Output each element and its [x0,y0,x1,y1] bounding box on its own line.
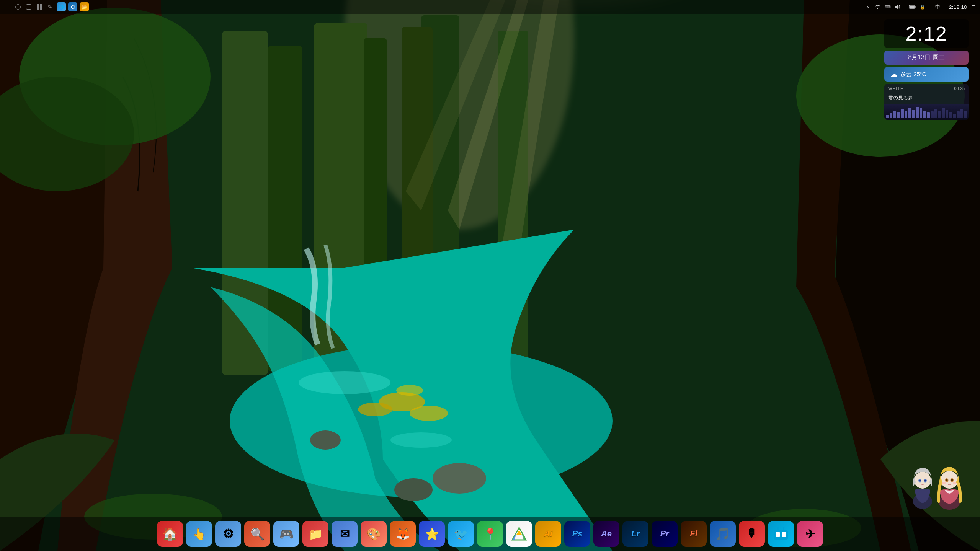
music-waveform [884,104,969,120]
clock-widget: 2:12 [884,19,969,48]
pr-icon-text: Pr [660,529,669,539]
magnify-icon: 🔍 [250,527,265,541]
home-icon: 🏠 [162,527,178,541]
tray-lang-icon[interactable]: 中 [934,3,941,10]
drive-icon [511,527,527,541]
dock-item-music[interactable]: 🎵 [710,521,736,547]
svg-point-22 [310,430,341,450]
svg-point-14 [299,371,390,394]
taskbar-clock[interactable]: 2:12:18 [949,4,967,10]
taskbar-app-browser[interactable]: ⬡ [68,2,77,11]
star-icon: ⭐ [425,527,439,541]
dock-item-folder[interactable]: 📁 [302,521,328,547]
widgets-panel: 2:12 8月13日 周二 ☁ 多云 25°C WHITE 00:25 君の見る… [884,19,969,120]
svg-point-42 [915,478,917,480]
paint-icon: 🎨 [367,527,381,541]
dock-item-firefox[interactable]: 🦊 [390,521,416,547]
tray-wifi-icon[interactable] [874,3,881,10]
twitter-icon: 🐦 [454,527,468,541]
dock-item-star[interactable]: ⭐ [419,521,445,547]
clipboard-icon: 👆 [193,528,206,540]
maps-icon: 📍 [483,527,497,541]
svg-point-40 [919,480,921,482]
svg-rect-58 [782,532,786,537]
widget-clock-display: 2:12 [890,22,962,45]
dot-menu-icon[interactable]: ··· [3,3,11,11]
dock-item-maps[interactable]: 📍 [477,521,503,547]
svg-point-20 [433,463,486,494]
close-circle-icon[interactable] [14,3,22,11]
weather-icon: ☁ [890,70,897,78]
weather-text: 多云 25°C [900,71,926,78]
taskbar-left: ··· ✎ 🌐 ⬡ 📂 [3,2,89,11]
dock-item-lightroom[interactable]: Lr [622,521,648,547]
ae-icon-text: Ae [601,529,612,539]
dock-item-mail-pink[interactable]: ✈ [797,521,823,547]
tray-chevron-icon[interactable]: ∧ [864,3,871,10]
svg-rect-31 [40,7,42,10]
svg-rect-30 [37,7,39,10]
dock-item-paint[interactable]: 🎨 [361,521,387,547]
music-title: 君の見る夢 [884,93,969,104]
tray-keyboard-icon[interactable]: ⌨ [884,3,891,10]
taskbar-app-globe[interactable]: 🌐 [57,2,66,11]
svg-point-48 [946,479,948,481]
music-widget[interactable]: WHITE 00:25 君の見る夢 [884,84,969,120]
weather-widget: ☁ 多云 25°C [884,67,969,82]
music-icon: 🎵 [715,527,730,541]
mail-pink-icon: ✈ [805,527,815,541]
tray-volume-icon[interactable] [894,3,901,10]
svg-rect-28 [37,4,39,7]
tray-lock-icon[interactable]: 🔒 [919,3,926,10]
dock-item-twitter[interactable]: 🐦 [448,521,474,547]
folder-icon: 📁 [309,527,323,541]
music-label: WHITE [888,86,903,91]
svg-rect-57 [776,532,780,537]
tray-battery-icon[interactable] [909,3,916,10]
svg-rect-35 [910,6,915,8]
anime-svg [896,452,972,513]
svg-point-37 [914,472,931,489]
taskbar-app-folder[interactable]: 📂 [80,2,89,11]
svg-point-19 [396,385,423,396]
svg-point-50 [942,482,946,484]
dock-item-email[interactable]: ✉ [332,521,358,547]
dock-item-settings[interactable]: ⚙ [215,521,241,547]
firefox-icon: 🦊 [396,527,410,541]
dock-item-illustrator[interactable]: Ai [535,521,561,547]
svg-point-15 [390,432,452,448]
dock-item-clipboard[interactable]: 👆 [186,521,212,547]
pencil-icon[interactable]: ✎ [46,3,54,11]
svg-marker-32 [895,5,898,9]
tray-separator-2 [930,4,930,10]
dock-item-mic[interactable]: 🎙 [739,521,765,547]
dock-item-gamepad[interactable]: 🎮 [273,521,299,547]
dock-item-magnify[interactable]: 🔍 [244,521,270,547]
lr-icon-text: Lr [631,529,640,539]
taskbar-right: ∧ ⌨ 🔒 中 2:12:18 [864,3,977,10]
mic-icon: 🎙 [746,527,758,540]
dock-item-aftereffects[interactable]: Ae [593,521,619,547]
svg-rect-62 [783,527,785,529]
dock-item-home[interactable]: 🏠 [157,521,183,547]
dock-item-drive[interactable] [506,521,532,547]
date-text: 8月13日 周二 [908,54,944,60]
svg-point-21 [394,478,433,501]
tray-separator-3 [945,4,945,10]
bilibili-icon [773,526,789,541]
dock-item-bilibili[interactable] [768,521,794,547]
music-header: WHITE 00:25 [884,84,969,93]
gamepad-icon: 🎮 [279,527,294,541]
tray-menu-icon[interactable]: ☰ [970,3,977,10]
dock-item-premiere[interactable]: Pr [652,521,678,547]
minimize-icon[interactable] [24,3,33,11]
taskbar-top: ··· ✎ 🌐 ⬡ 📂 ∧ [0,0,980,14]
dock-item-flash[interactable]: Fl [681,521,707,547]
dock-item-photoshop[interactable]: Ps [564,521,590,547]
svg-point-49 [951,479,953,481]
svg-point-45 [941,471,958,489]
grid-icon[interactable] [35,3,44,11]
forest-scene [0,0,980,551]
svg-rect-34 [915,6,916,7]
ai-icon-text: Ai [544,529,552,539]
